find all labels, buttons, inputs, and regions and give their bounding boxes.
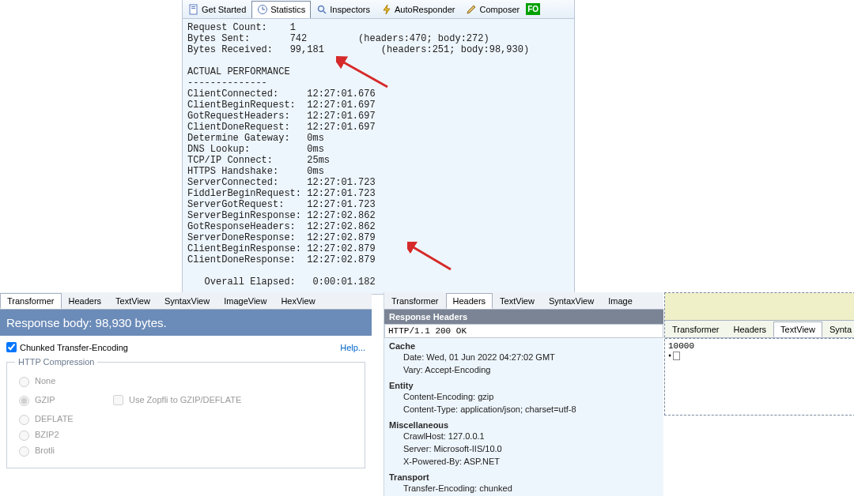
tab-imageview[interactable]: Image [601, 293, 640, 309]
doc-icon [188, 4, 199, 15]
bl-tabstrip: Transformer Headers TextView SyntaxView … [0, 292, 372, 310]
tab-headers[interactable]: Headers [727, 322, 774, 337]
tab-label: AutoResponder [395, 5, 455, 14]
chunked-label: Chunked Transfer-Encoding [20, 343, 128, 352]
binary-placeholder-icon [668, 351, 852, 360]
transformer-panel: Transformer Headers TextView SyntaxView … [0, 292, 372, 475]
tab-syntaxview[interactable]: SyntaxView [157, 293, 217, 309]
pencil-icon [466, 4, 477, 15]
tab-fo[interactable]: FO [525, 0, 541, 18]
tab-label: Inspectors [330, 5, 370, 14]
tab-syntaxview[interactable]: SyntaxView [542, 293, 601, 309]
http-status: HTTP/1.1 200 OK [384, 324, 663, 338]
bm-tabstrip: Transformer Headers TextView SyntaxView … [384, 292, 663, 310]
tab-label: Statistics [270, 5, 305, 14]
http-compression-group: HTTP Compression None GZIP Use Zopfli to… [6, 357, 365, 468]
lightning-icon [381, 4, 392, 15]
panel-header-blank [665, 293, 854, 321]
tab-inspectors[interactable]: Inspectors [311, 0, 376, 18]
tab-label: Get Started [202, 5, 246, 14]
chunked-checkbox-row[interactable]: Chunked Transfer-Encoding [6, 342, 365, 352]
tab-transformer[interactable]: Transformer [384, 293, 446, 309]
tab-statistics[interactable]: Statistics [251, 1, 311, 19]
statistics-text: Request Count: 1 Bytes Sent: 742 (header… [183, 19, 574, 294]
br-tabstrip: Transformer Headers TextView Synta [665, 321, 854, 338]
tab-autoresponder[interactable]: AutoResponder [376, 0, 460, 18]
tab-transformer[interactable]: Transformer [665, 322, 727, 337]
textview-content[interactable]: 10000 [665, 338, 854, 415]
tab-composer[interactable]: Composer [460, 0, 525, 18]
content-encoding-value: Content-Encoding: gzip [389, 390, 659, 403]
headers-panel: Transformer Headers TextView SyntaxView … [384, 292, 663, 496]
radio-none[interactable] [19, 377, 29, 387]
tab-syntaxview[interactable]: Synta [822, 322, 854, 337]
svg-rect-0 [190, 5, 197, 14]
radio-deflate[interactable] [19, 415, 29, 425]
tab-textview[interactable]: TextView [493, 293, 542, 309]
help-link[interactable]: Help... [340, 343, 365, 352]
tab-get-started[interactable]: Get Started [183, 0, 251, 18]
tab-hexview[interactable]: HexView [274, 293, 322, 309]
tab-transformer[interactable]: Transformer [0, 293, 62, 309]
zopfli-checkbox[interactable] [113, 395, 123, 405]
zopfli-checkbox-row[interactable]: Use Zopfli to GZIP/DEFLATE [110, 393, 241, 408]
svg-rect-2 [191, 8, 195, 9]
svg-line-7 [323, 11, 326, 13]
textview-panel: Transformer Headers TextView Synta 10000 [664, 292, 854, 416]
svg-point-6 [319, 6, 324, 11]
radio-brotli-row[interactable]: Brotli [15, 444, 357, 457]
radio-brotli[interactable] [19, 446, 29, 457]
radio-gzip[interactable] [19, 396, 29, 406]
header-group-entity: Entity Content-Encoding: gzip Content-Ty… [384, 381, 663, 417]
top-tabstrip: Get Started Statistics Inspectors AutoRe… [183, 0, 574, 19]
tab-imageview[interactable]: ImageView [217, 293, 274, 309]
clock-icon [257, 4, 268, 15]
chunked-checkbox[interactable] [6, 342, 17, 352]
tab-label: Composer [479, 5, 520, 14]
radio-deflate-row[interactable]: DEFLATE [15, 412, 357, 425]
tab-textview[interactable]: TextView [773, 322, 822, 337]
statistics-panel: Get Started Statistics Inspectors AutoRe… [182, 0, 575, 295]
tab-textview[interactable]: TextView [108, 293, 157, 309]
svg-marker-9 [467, 6, 475, 13]
fo-badge: FO [526, 3, 540, 15]
radio-bzip2-row[interactable]: BZIP2 [15, 428, 357, 441]
radio-bzip2[interactable] [19, 431, 29, 441]
search-icon [316, 4, 327, 15]
tab-headers[interactable]: Headers [446, 293, 493, 309]
header-group-misc: Miscellaneous CrawlHost: 127.0.0.1 Serve… [384, 420, 663, 469]
svg-marker-8 [384, 5, 390, 14]
tab-headers[interactable]: Headers [62, 293, 109, 309]
radio-gzip-row[interactable]: GZIP [15, 393, 110, 406]
response-body-size: Response body: 98,930 bytes. [0, 310, 372, 336]
radio-none-row[interactable]: None [15, 374, 357, 387]
svg-rect-1 [191, 6, 195, 7]
header-group-transport: Transport Transfer-Encoding: chunked [384, 472, 663, 496]
response-headers-bar: Response Headers [384, 310, 663, 324]
header-group-cache: Cache Date: Wed, 01 Jun 2022 04:27:02 GM… [384, 341, 663, 378]
compression-legend: HTTP Compression [15, 357, 97, 367]
